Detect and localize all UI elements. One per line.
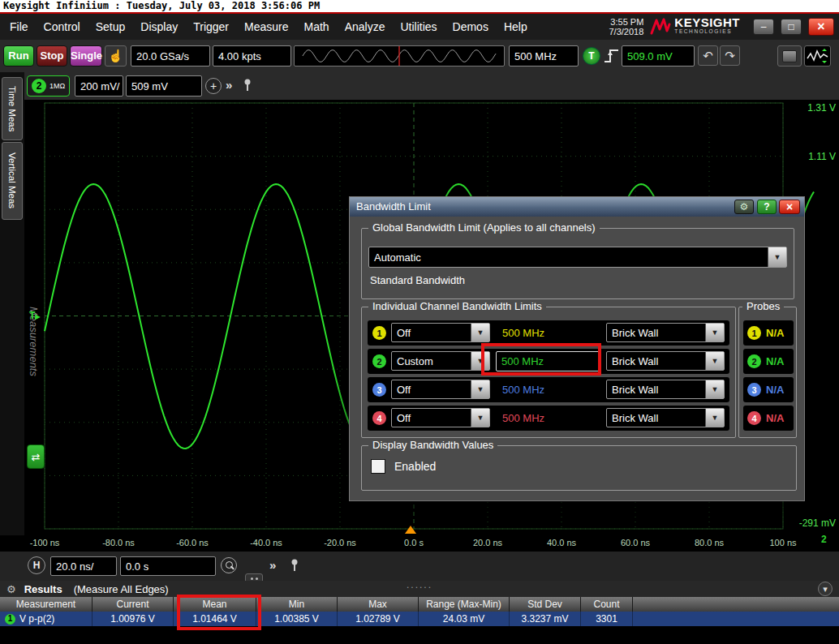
chevron-down-icon[interactable]: ▼ (471, 409, 489, 427)
horizontal-badge[interactable]: H (28, 556, 45, 574)
vertical-offset-field[interactable]: 509 mV (126, 75, 202, 97)
chevron-down-icon[interactable]: ▼ (471, 324, 489, 341)
horizontal-position-field[interactable]: 0.0 s (120, 556, 216, 576)
menu-math[interactable]: Math (304, 20, 329, 33)
menu-file[interactable]: File (10, 20, 28, 33)
menu-control[interactable]: Control (44, 20, 80, 33)
sample-rate-field[interactable]: 20.0 GSa/s (131, 45, 210, 67)
collapse-results-button[interactable]: ▾ (818, 582, 833, 596)
channel-2-frequency-input[interactable] (496, 351, 601, 371)
probes-group-title: Probes (742, 300, 784, 312)
horizontal-bar: H 20.0 ns/ 0.0 s » (0, 552, 839, 581)
menu-analyze[interactable]: Analyze (345, 20, 385, 33)
trigger-frequency-field[interactable]: 500 MHz (509, 45, 579, 67)
chevron-down-icon[interactable]: ▼ (705, 352, 724, 370)
channel-2-row: 2 Custom ▼ Brick Wall ▼ (368, 349, 729, 374)
menu-measure[interactable]: Measure (244, 20, 288, 33)
enabled-checkbox[interactable] (371, 459, 385, 474)
timebase-field[interactable]: 20.0 ns/ (50, 556, 117, 576)
clock-time: 3:55 PM (609, 17, 643, 27)
undo-icon[interactable]: ↶ (698, 45, 718, 66)
dialog-help-button[interactable]: ? (757, 200, 777, 214)
redo-icon[interactable]: ↷ (720, 45, 740, 66)
expand-chevrons-icon[interactable]: » (226, 77, 232, 93)
time-label: -60.0 ns (176, 538, 209, 547)
channel-2-button[interactable]: 2 1MΩ (27, 75, 70, 97)
drag-handle-icon[interactable]: ⇄ (27, 444, 45, 469)
time-label: -20.0 ns (324, 538, 356, 547)
add-channel-button[interactable]: + (205, 78, 222, 94)
voltage-label-bottom: -291 mV (785, 517, 836, 529)
screen-capture-button[interactable] (777, 45, 802, 67)
chevron-down-icon[interactable]: ▼ (471, 380, 489, 398)
time-label: 20.0 ns (473, 538, 502, 547)
menu-display[interactable]: Display (140, 20, 178, 33)
time-axis: -100 ns -80.0 ns -60.0 ns -40.0 ns -20.0… (0, 535, 839, 552)
pin-icon[interactable] (289, 558, 300, 576)
dialog-title: Bandwidth Limit (356, 200, 431, 213)
results-title: Results (24, 583, 62, 595)
close-window-button[interactable]: × (808, 18, 834, 36)
menu-utilities[interactable]: Utilities (400, 20, 437, 33)
channel-2-filter-dropdown[interactable]: Brick Wall ▼ (606, 351, 725, 371)
window-title: Keysight Infiniium : Tuesday, July 03, 2… (3, 0, 320, 11)
column-mean: Mean (174, 597, 256, 612)
keysight-logo-spark (650, 18, 671, 36)
run-button[interactable]: Run (3, 45, 34, 67)
display-bandwidth-group: Display Bandwidth Values Enabled (361, 445, 797, 491)
channel-1-filter-dropdown[interactable]: Brick Wall ▼ (606, 323, 725, 342)
global-bandwidth-dropdown[interactable]: Automatic ▼ (368, 247, 787, 268)
voltage-label-top: 1.31 V (785, 102, 836, 114)
mean-value: 1.01464 V (174, 612, 256, 626)
menu-setup[interactable]: Setup (96, 20, 126, 33)
menu-help[interactable]: Help (504, 20, 527, 33)
waveform-preview-strip[interactable] (294, 45, 505, 67)
waveform-preview-icon (295, 46, 504, 66)
time-reference-marker[interactable] (405, 526, 416, 534)
pin-icon[interactable] (242, 78, 253, 96)
channel-3-filter-dropdown[interactable]: Brick Wall ▼ (606, 380, 725, 399)
channel-4-mode-dropdown[interactable]: Off ▼ (391, 408, 490, 427)
single-button[interactable]: Single (70, 45, 102, 67)
channel-1-mode-dropdown[interactable]: Off ▼ (391, 323, 490, 342)
chevron-down-icon[interactable]: ▼ (705, 324, 724, 341)
chevron-down-icon[interactable]: ▼ (705, 380, 724, 398)
table-row[interactable]: 1 V p-p(2) 1.00976 V 1.01464 V 1.00385 V… (0, 612, 839, 626)
dialog-gear-icon[interactable]: ⚙ (734, 200, 754, 214)
time-label: 100 ns (769, 538, 796, 547)
touch-icon[interactable]: ☝ (105, 45, 127, 67)
autoscale-button[interactable] (804, 45, 831, 67)
trigger-level-marker[interactable]: T▶ (29, 310, 41, 321)
menu-trigger[interactable]: Trigger (193, 20, 229, 33)
channel-3-mode-dropdown[interactable]: Off ▼ (391, 380, 490, 399)
channel-2-mode-dropdown[interactable]: Custom ▼ (391, 351, 490, 371)
drag-dots-icon[interactable]: ...... (407, 579, 432, 590)
enabled-label: Enabled (394, 460, 436, 473)
global-group-title: Global Bandwidth Limit (Applies to all c… (368, 221, 600, 234)
tab-vertical-meas[interactable]: Vertical Meas (2, 142, 23, 220)
range-value: 24.03 mV (419, 612, 510, 626)
trigger-level-field[interactable]: 509.0 mV (622, 45, 695, 67)
chevron-down-icon[interactable]: ▼ (705, 409, 724, 427)
menu-demos[interactable]: Demos (453, 20, 488, 33)
right-triangle-icon: ▶ (35, 313, 40, 320)
time-label: -40.0 ns (250, 538, 282, 547)
channel-4-filter-dropdown[interactable]: Brick Wall ▼ (606, 408, 725, 427)
left-sidebar: Time Meas Vertical Meas (0, 72, 24, 535)
memory-depth-field[interactable]: 4.00 kpts (213, 45, 291, 67)
channel-1-frequency: 500 MHz (496, 320, 601, 346)
vertical-scale-field[interactable]: 200 mV/ (75, 75, 123, 97)
probe-4-badge: 4 (747, 411, 761, 425)
chevron-down-icon[interactable]: ▼ (471, 352, 489, 370)
gear-icon[interactable]: ⚙ (6, 583, 16, 595)
trigger-edge-icon[interactable] (603, 45, 620, 67)
tab-time-meas[interactable]: Time Meas (2, 77, 23, 140)
trigger-source-icon[interactable]: T (583, 47, 600, 65)
stop-button[interactable]: Stop (37, 45, 67, 67)
dialog-close-icon[interactable]: × (779, 200, 800, 214)
zoom-button[interactable] (221, 557, 237, 573)
restore-button[interactable]: □ (781, 19, 802, 35)
minimize-button[interactable]: – (753, 19, 774, 35)
expand-chevrons-icon[interactable]: » (269, 557, 276, 573)
chevron-down-icon[interactable]: ▼ (768, 247, 786, 267)
